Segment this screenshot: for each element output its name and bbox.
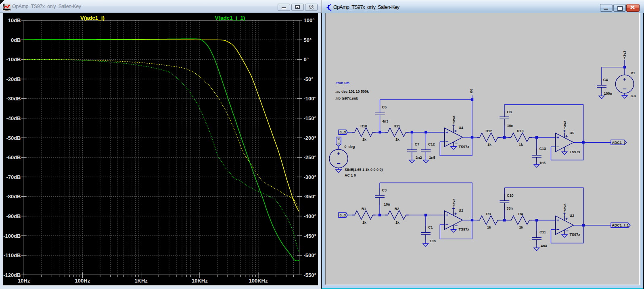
svg-text:.lib ts97x.sub: .lib ts97x.sub <box>335 96 359 100</box>
svg-text:100Hz: 100Hz <box>75 278 90 284</box>
svg-text:0_deg: 0_deg <box>345 145 355 149</box>
svg-text:10dB: 10dB <box>8 17 21 23</box>
svg-text:0°: 0° <box>304 56 309 62</box>
svg-text:4n3: 4n3 <box>541 244 547 248</box>
svg-text:-30dB: -30dB <box>6 96 21 102</box>
svg-text:100n: 100n <box>604 91 613 96</box>
svg-text:ADC1_I_1: ADC1_I_1 <box>612 223 629 227</box>
svg-text:-70dB: -70dB <box>6 174 21 180</box>
svg-text:-200°: -200° <box>304 135 316 141</box>
svg-text:U5: U5 <box>570 131 575 135</box>
svg-text:R3: R3 <box>486 212 491 216</box>
svg-text:V(adc1_i_1): V(adc1_i_1) <box>215 15 245 21</box>
svg-text:-100°: -100° <box>304 96 316 102</box>
svg-text:0dB: 0dB <box>11 37 21 43</box>
svg-text:0_d: 0_d <box>337 138 341 145</box>
svg-text:3.3: 3.3 <box>631 94 636 98</box>
svg-text:100°: 100° <box>304 17 315 23</box>
svg-text:-400°: -400° <box>304 213 316 219</box>
svg-text:1k: 1k <box>487 225 491 229</box>
svg-text:C6: C6 <box>382 105 387 109</box>
svg-text:1k: 1k <box>362 220 367 225</box>
svg-text:2n2: 2n2 <box>416 156 422 160</box>
svg-text:U4: U4 <box>459 126 464 130</box>
svg-text:10KHz: 10KHz <box>192 278 208 284</box>
svg-text:C4: C4 <box>603 78 608 82</box>
svg-text:C3: C3 <box>382 188 387 192</box>
svg-text:C12: C12 <box>428 142 435 146</box>
svg-text:+3v3: +3v3 <box>452 116 456 124</box>
svg-text:1k: 1k <box>519 225 523 229</box>
svg-text:V(adc1_i): V(adc1_i) <box>80 15 105 21</box>
svg-text:AC 1 0: AC 1 0 <box>345 173 356 177</box>
svg-text:-300°: -300° <box>304 174 316 180</box>
svg-text:-50dB: -50dB <box>6 135 21 141</box>
svg-text:SINE(1.65 1 1k 0 0 0 0): SINE(1.65 1 1k 0 0 0 0) <box>345 168 383 172</box>
svg-text:-100dB: -100dB <box>3 233 21 239</box>
svg-text:TS97x: TS97x <box>459 145 470 149</box>
svg-text:1n5: 1n5 <box>429 156 435 160</box>
svg-text:R12: R12 <box>485 129 492 133</box>
svg-text:+3v3: +3v3 <box>452 199 456 207</box>
svg-text:R13: R13 <box>517 129 524 133</box>
svg-text:R11: R11 <box>394 124 400 128</box>
svg-text:.ac dec 101 10 500k: .ac dec 101 10 500k <box>335 89 369 94</box>
svg-text:-80dB: -80dB <box>6 193 21 200</box>
svg-text:-500°: -500° <box>304 252 316 258</box>
svg-text:0_d: 0_d <box>339 213 346 217</box>
svg-text:10Hz: 10Hz <box>18 278 30 284</box>
svg-text:10n: 10n <box>430 239 436 243</box>
svg-text:0_d: 0_d <box>339 130 346 134</box>
svg-text:-50°: -50° <box>304 76 314 82</box>
svg-text:C11: C11 <box>539 230 546 234</box>
svg-text:-120dB: -120dB <box>3 272 21 278</box>
svg-text:K6: K6 <box>469 89 473 94</box>
svg-text:+3v3: +3v3 <box>563 204 567 212</box>
svg-text:R4: R4 <box>518 212 523 216</box>
svg-text:-110dB: -110dB <box>4 252 21 258</box>
svg-text:1n5: 1n5 <box>539 161 546 165</box>
svg-text:R1: R1 <box>362 207 366 211</box>
svg-text:V1: V1 <box>631 71 635 75</box>
svg-text:U1: U1 <box>459 208 464 212</box>
svg-text:.tran 5m: .tran 5m <box>335 81 349 85</box>
svg-text:1k: 1k <box>487 143 492 147</box>
svg-text:TS97x: TS97x <box>459 227 470 231</box>
svg-text:1k: 1k <box>395 137 400 141</box>
svg-text:1KHz: 1KHz <box>134 278 148 284</box>
svg-text:4n3: 4n3 <box>382 119 389 123</box>
svg-text:-550°: -550° <box>304 272 316 278</box>
svg-text:ADC1_I: ADC1_I <box>612 141 625 145</box>
svg-text:C8: C8 <box>507 110 512 114</box>
svg-text:-90dB: -90dB <box>6 213 21 219</box>
svg-text:10n: 10n <box>384 202 390 206</box>
svg-text:-250°: -250° <box>304 154 316 160</box>
svg-text:-450°: -450° <box>304 233 316 239</box>
svg-text:-350°: -350° <box>304 193 316 200</box>
svg-text:R10: R10 <box>360 124 367 128</box>
svg-text:TS97x: TS97x <box>570 150 581 154</box>
svg-text:+3v3: +3v3 <box>563 121 567 129</box>
svg-text:1k: 1k <box>519 143 523 147</box>
svg-text:-40dB: -40dB <box>6 115 21 121</box>
svg-text:1k: 1k <box>362 137 367 141</box>
svg-text:C1: C1 <box>428 225 433 229</box>
svg-text:C13: C13 <box>539 147 546 151</box>
svg-text:33n: 33n <box>506 206 513 210</box>
svg-text:R2: R2 <box>395 207 399 211</box>
svg-text:+3v3: +3v3 <box>623 51 627 59</box>
svg-text:10n: 10n <box>507 124 514 128</box>
svg-text:C10: C10 <box>507 193 514 198</box>
svg-text:-150°: -150° <box>304 115 316 121</box>
svg-text:1k: 1k <box>395 220 400 225</box>
svg-text:50°: 50° <box>304 37 312 43</box>
svg-text:TS97x: TS97x <box>570 233 581 237</box>
svg-text:C7: C7 <box>415 142 420 146</box>
svg-text:-60dB: -60dB <box>6 154 21 160</box>
svg-text:U2: U2 <box>570 214 575 218</box>
svg-text:-10dB: -10dB <box>6 56 21 62</box>
svg-text:-20dB: -20dB <box>6 76 21 82</box>
svg-text:100KHz: 100KHz <box>249 278 268 284</box>
